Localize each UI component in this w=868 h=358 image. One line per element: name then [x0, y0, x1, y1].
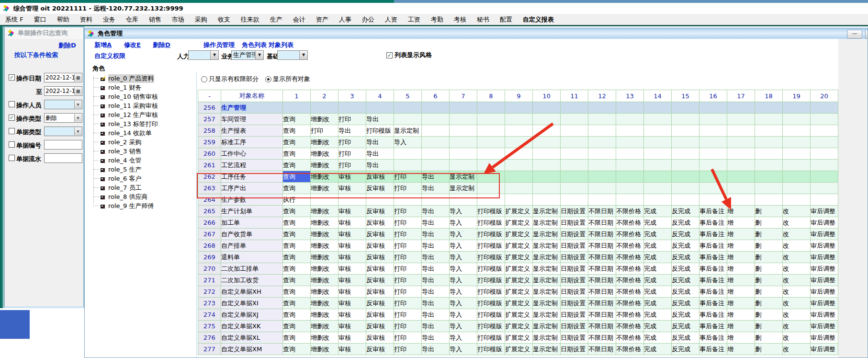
perm-cell[interactable]: [561, 148, 588, 160]
perm-cell[interactable]: 改: [783, 298, 811, 309]
perm-cell[interactable]: 打印模版: [477, 263, 505, 275]
perm-cell[interactable]: 导入: [450, 263, 477, 275]
field-input-操作日期[interactable]: 2022-12-18▦: [44, 73, 82, 82]
filter-combo-人力[interactable]: ▼: [188, 50, 219, 60]
perm-cell[interactable]: 导出: [422, 332, 450, 344]
perm-cell[interactable]: [727, 114, 755, 125]
perm-cell[interactable]: [588, 171, 616, 183]
perm-cell[interactable]: 打印: [394, 275, 422, 286]
toolbar-link-新增[interactable]: 新增A: [94, 41, 112, 49]
perm-cell[interactable]: [422, 194, 450, 206]
object-name-cell[interactable]: 生产报表: [221, 125, 283, 137]
perm-cell[interactable]: 改: [783, 206, 811, 217]
perm-cell[interactable]: 审核: [338, 344, 366, 355]
table-row-269[interactable]: 269退料单查询增删改审核反审核打印导出导入打印模版扩展定义显示定制日期设置不限…: [198, 252, 838, 263]
perm-cell[interactable]: [783, 102, 811, 114]
perm-cell[interactable]: [311, 194, 338, 206]
perm-cell[interactable]: [755, 171, 783, 183]
perm-cell[interactable]: [699, 102, 727, 114]
perm-cell[interactable]: 导出: [422, 171, 450, 183]
perm-cell[interactable]: [505, 125, 533, 137]
header-col-8[interactable]: 8: [477, 90, 505, 102]
perm-cell[interactable]: 不限价格: [616, 217, 644, 229]
perm-cell[interactable]: [672, 148, 699, 160]
perm-cell[interactable]: [588, 194, 616, 206]
perm-cell[interactable]: 改: [783, 286, 811, 298]
perm-cell[interactable]: 审核: [338, 252, 366, 263]
menu-item-销售[interactable]: 销售: [144, 15, 167, 24]
perm-cell[interactable]: 不限日期: [588, 217, 616, 229]
perm-cell[interactable]: 事后备注: [699, 240, 727, 252]
table-row-257[interactable]: 257车间管理查询增删改打印导出: [198, 114, 838, 125]
perm-cell[interactable]: [366, 102, 394, 114]
perm-cell[interactable]: 反完成: [672, 240, 699, 252]
perm-cell[interactable]: 审后调整: [811, 206, 838, 217]
perm-cell[interactable]: 查询: [283, 148, 311, 160]
maximize-button[interactable]: □: [865, 30, 868, 39]
perm-cell[interactable]: 扩展定义: [505, 286, 533, 298]
header-col-12[interactable]: 12: [588, 90, 616, 102]
perm-cell[interactable]: 增删改: [311, 321, 338, 332]
perm-cell[interactable]: [505, 194, 533, 206]
perm-cell[interactable]: 完成: [644, 263, 672, 275]
perm-cell[interactable]: [422, 137, 450, 148]
perm-cell[interactable]: [699, 160, 727, 171]
perm-cell[interactable]: 导入: [450, 332, 477, 344]
perm-cell[interactable]: 打印: [394, 171, 422, 183]
perm-cell[interactable]: 完成: [644, 332, 672, 344]
perm-cell[interactable]: 增删改: [311, 309, 338, 321]
perm-cell[interactable]: [783, 137, 811, 148]
perm-cell[interactable]: 显示定制: [533, 298, 561, 309]
row-number-cell[interactable]: 260: [198, 148, 221, 160]
header-object-name[interactable]: 对象名称: [221, 90, 283, 102]
menu-item-考核[interactable]: 考核: [449, 15, 472, 24]
perm-cell[interactable]: 不限日期: [588, 206, 616, 217]
tree-item-role_12[interactable]: role_12 生产审核: [90, 110, 195, 119]
table-row-275[interactable]: 275自定义单据XK查询增删改审核反审核打印导出导入打印模版扩展定义显示定制日期…: [198, 321, 838, 332]
object-name-cell[interactable]: 自产排单: [221, 240, 283, 252]
tab-link-角色列表[interactable]: 角色列表: [242, 41, 267, 49]
checkbox-单据编号[interactable]: [9, 141, 15, 148]
radio-button-icon[interactable]: [265, 76, 271, 82]
object-name-cell[interactable]: 加工单: [221, 217, 283, 229]
perm-cell[interactable]: 日期设置: [561, 252, 588, 263]
perm-cell[interactable]: [755, 125, 783, 137]
object-name-cell[interactable]: 自产收货单: [221, 229, 283, 240]
perm-cell[interactable]: [505, 137, 533, 148]
perm-cell[interactable]: 反审核: [366, 183, 394, 194]
perm-cell[interactable]: 打印: [338, 114, 366, 125]
row-number-cell[interactable]: 267: [198, 229, 221, 240]
perm-cell[interactable]: [644, 148, 672, 160]
custom-permission-link[interactable]: 自定义权限: [94, 52, 125, 60]
perm-cell[interactable]: 增删改: [311, 183, 338, 194]
perm-cell[interactable]: 反审核: [366, 275, 394, 286]
perm-cell[interactable]: 导出: [366, 148, 394, 160]
perm-cell[interactable]: 反完成: [672, 344, 699, 355]
perm-cell[interactable]: [672, 125, 699, 137]
table-row-262[interactable]: 262工序任务查询增删改审核反审核打印导出显示定制: [198, 171, 838, 183]
table-row-270[interactable]: 270二次加工排单查询增删改审核反审核打印导出导入打印模版扩展定义显示定制日期设…: [198, 263, 838, 275]
header-col-18[interactable]: 18: [755, 90, 783, 102]
perm-cell[interactable]: 审核: [338, 321, 366, 332]
perm-cell[interactable]: [338, 102, 366, 114]
perm-cell[interactable]: 扩展定义: [505, 298, 533, 309]
perm-cell[interactable]: [450, 137, 477, 148]
chevron-down-icon[interactable]: ▼: [255, 51, 263, 59]
perm-cell[interactable]: [533, 137, 561, 148]
tree-item-role_4[interactable]: role_4 仓管: [90, 156, 195, 165]
table-row-256[interactable]: 256生产管理: [198, 102, 838, 114]
perm-cell[interactable]: 查询: [283, 217, 311, 229]
perm-cell[interactable]: 审核: [338, 263, 366, 275]
perm-cell[interactable]: 查询: [283, 252, 311, 263]
perm-cell[interactable]: [505, 102, 533, 114]
perm-cell[interactable]: [811, 183, 838, 194]
perm-cell[interactable]: 审核: [338, 286, 366, 298]
tab-link-操作员管理[interactable]: 操作员管理: [203, 41, 235, 49]
perm-cell[interactable]: 查询: [283, 286, 311, 298]
perm-cell[interactable]: [644, 102, 672, 114]
perm-cell[interactable]: 事后备注: [699, 344, 727, 355]
perm-cell[interactable]: 增删改: [311, 275, 338, 286]
perm-cell[interactable]: [699, 171, 727, 183]
perm-cell[interactable]: 导入: [450, 344, 477, 355]
menu-item-往来款[interactable]: 往来款: [236, 15, 265, 24]
